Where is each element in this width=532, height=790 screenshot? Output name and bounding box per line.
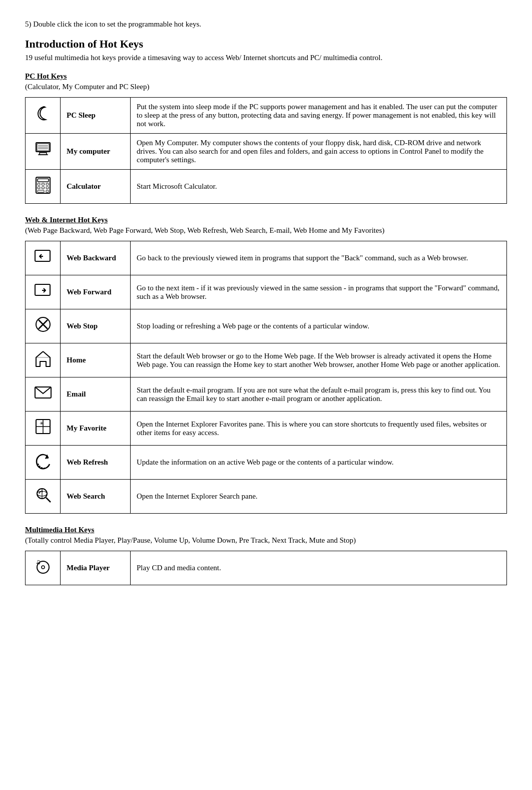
svg-rect-14 [46, 187, 49, 189]
svg-text:♫: ♫ [36, 558, 41, 566]
refresh-icon [33, 451, 53, 471]
table-row: ♫ Media Player Play CD and media content… [26, 551, 507, 585]
multimedia-section-subtitle: (Totally control Media Player, Play/Paus… [25, 536, 507, 545]
favorite-icon: ✳ [33, 417, 53, 437]
table-row: Web Backward Go back to the previously v… [26, 241, 507, 275]
pc-hot-keys-table: PC Sleep Put the system into sleep mode … [25, 97, 507, 204]
pc-section-title: PC Hot Keys [25, 72, 507, 81]
svg-rect-10 [42, 183, 44, 185]
table-row: Web Refresh Update the information on an… [26, 446, 507, 480]
web-section-title: Web & Internet Hot Keys [25, 216, 507, 224]
web-backward-desc: Go back to the previously viewed item in… [131, 241, 507, 275]
stop-icon [33, 314, 53, 334]
table-row: Web Stop Stop loading or refreshing a We… [26, 309, 507, 343]
icon-cell-email [26, 377, 61, 412]
media-player-desc: Play CD and media content. [131, 551, 507, 585]
web-refresh-desc: Update the information on an active Web … [131, 446, 507, 480]
table-row: Web Forward Go to the next item - if it … [26, 275, 507, 309]
home-icon [33, 348, 53, 368]
svg-rect-8 [38, 179, 49, 182]
svg-rect-9 [38, 183, 40, 185]
calculator-desc: Start Microsoft Calculator. [131, 170, 507, 204]
sleep-icon [33, 104, 53, 124]
intro-note: 5) Double click the icon to set the prog… [25, 20, 507, 29]
forward-icon [33, 280, 53, 300]
svg-rect-15 [38, 190, 44, 192]
icon-cell-stop [26, 309, 61, 343]
computer-icon [33, 140, 53, 160]
svg-text:✳: ✳ [40, 421, 44, 426]
table-row: Email Start the default e-mail program. … [26, 377, 507, 412]
icon-cell-forward [26, 275, 61, 309]
web-refresh-label: Web Refresh [61, 446, 131, 480]
email-icon [33, 382, 53, 403]
table-row: Home Start the default Web browser or go… [26, 343, 507, 377]
websearch-icon [33, 485, 53, 505]
my-favorite-label: My Favorite [61, 412, 131, 446]
email-desc: Start the default e-mail program. If you… [131, 377, 507, 412]
table-row: Web Search Open the Internet Explorer Se… [26, 480, 507, 514]
web-stop-desc: Stop loading or refreshing a Web page or… [131, 309, 507, 343]
svg-rect-11 [46, 183, 49, 185]
web-section-subtitle: (Web Page Backward, Web Page Forward, We… [25, 226, 507, 235]
svg-rect-12 [38, 187, 40, 189]
home-label: Home [61, 343, 131, 377]
media-player-label: Media Player [61, 551, 131, 585]
pc-sleep-desc: Put the system into sleep mode if the PC… [131, 98, 507, 134]
web-backward-label: Web Backward [61, 241, 131, 275]
pc-sleep-label: PC Sleep [61, 98, 131, 134]
web-hot-keys-table: Web Backward Go back to the previously v… [25, 241, 507, 514]
table-row: Calculator Start Microsoft Calculator. [26, 170, 507, 204]
icon-cell-back [26, 241, 61, 275]
icon-cell-refresh [26, 446, 61, 480]
icon-cell-mediaplayer: ♫ [26, 551, 61, 585]
calculator-icon [33, 175, 53, 195]
svg-line-29 [46, 498, 51, 502]
icon-cell-websearch [26, 480, 61, 514]
svg-rect-13 [42, 187, 44, 189]
my-computer-label: My computer [61, 134, 131, 170]
icon-cell-home [26, 343, 61, 377]
web-stop-label: Web Stop [61, 309, 131, 343]
svg-rect-16 [46, 190, 49, 192]
calculator-label: Calculator [61, 170, 131, 204]
icon-cell-sleep [26, 98, 61, 134]
home-desc: Start the default Web browser or go to t… [131, 343, 507, 377]
table-row: PC Sleep Put the system into sleep mode … [26, 98, 507, 134]
back-icon [33, 246, 53, 266]
email-label: Email [61, 377, 131, 412]
icon-cell-computer [26, 134, 61, 170]
multimedia-section-title: Multimedia Hot Keys [25, 526, 507, 534]
web-forward-label: Web Forward [61, 275, 131, 309]
main-title: Introduction of Hot Keys [25, 38, 507, 51]
multimedia-hot-keys-table: ♫ Media Player Play CD and media content… [25, 551, 507, 585]
table-row: ✳ My Favorite Open the Internet Explorer… [26, 412, 507, 446]
pc-section-subtitle: (Calculator, My Computer and PC Sleep) [25, 83, 507, 91]
icon-cell-favorite: ✳ [26, 412, 61, 446]
icon-cell-calculator [26, 170, 61, 204]
web-search-desc: Open the Internet Explorer Search pane. [131, 480, 507, 514]
web-search-label: Web Search [61, 480, 131, 514]
svg-point-33 [42, 566, 45, 569]
table-row: My computer Open My Computer. My compute… [26, 134, 507, 170]
my-favorite-desc: Open the Internet Explorer Favorites pan… [131, 412, 507, 446]
my-computer-desc: Open My Computer. My computer shows the … [131, 134, 507, 170]
main-desc: 19 useful multimedia hot keys provide a … [25, 54, 507, 62]
web-forward-desc: Go to the next item - if it was previous… [131, 275, 507, 309]
mediaplayer-icon: ♫ [33, 556, 53, 576]
